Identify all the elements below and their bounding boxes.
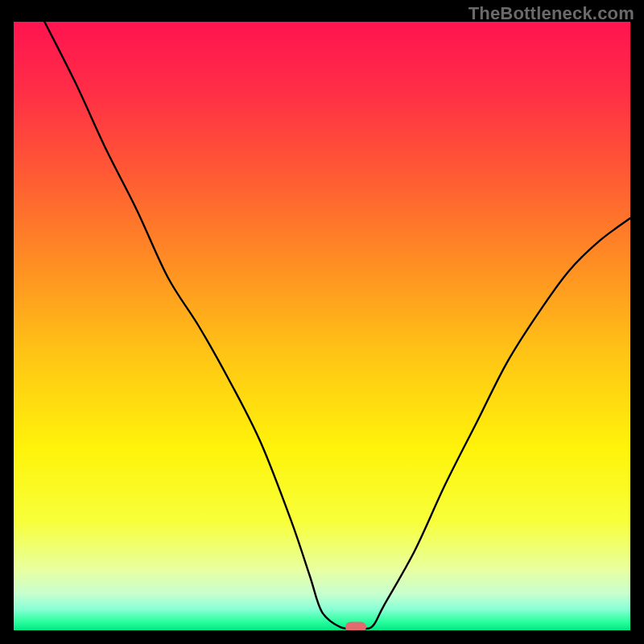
chart-frame: TheBottleneck.com — [0, 0, 644, 644]
optimal-marker — [345, 622, 366, 630]
watermark-text: TheBottleneck.com — [469, 3, 634, 24]
bottleneck-curve — [14, 22, 630, 630]
plot-area — [14, 22, 630, 630]
